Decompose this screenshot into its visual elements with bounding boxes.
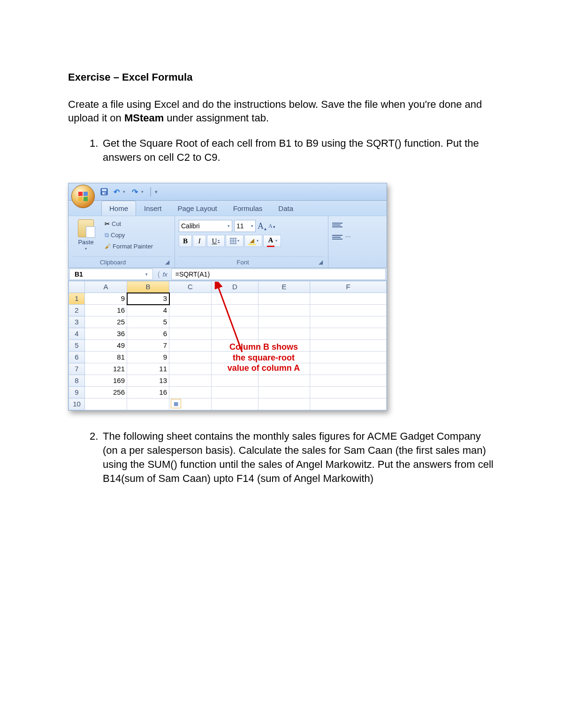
cell-E9[interactable] xyxy=(259,387,310,398)
cell-D10[interactable] xyxy=(212,398,259,410)
cell-F8[interactable] xyxy=(310,375,387,387)
cell-B5[interactable]: 7 xyxy=(127,340,169,352)
cell-B1[interactable]: 3 xyxy=(127,293,169,305)
cell-A7[interactable]: 121 xyxy=(85,363,127,375)
rowhead-9[interactable]: 9 xyxy=(69,387,85,398)
col-B[interactable]: B xyxy=(127,281,169,293)
rowhead-4[interactable]: 4 xyxy=(69,328,85,340)
cell-B3[interactable]: 5 xyxy=(127,316,169,328)
paste-dropdown-icon[interactable]: ▾ xyxy=(85,247,87,252)
cell-A8[interactable]: 169 xyxy=(85,375,127,387)
cell-E8[interactable] xyxy=(259,375,310,387)
underline-button[interactable]: U▾ xyxy=(207,235,225,247)
rowhead-2[interactable]: 2 xyxy=(69,305,85,316)
font-dialog-launcher-icon[interactable]: ◢ xyxy=(317,258,324,266)
cell-E1[interactable] xyxy=(259,293,310,305)
redo-dropdown-icon[interactable]: ▾ xyxy=(141,189,144,195)
tab-insert[interactable]: Insert xyxy=(136,201,170,216)
cell-D8[interactable] xyxy=(212,375,259,387)
cell-C6[interactable] xyxy=(169,352,212,363)
underline-dropdown-icon[interactable]: ▾ xyxy=(218,239,220,244)
cell-C9[interactable] xyxy=(169,387,212,398)
cell-F7[interactable] xyxy=(310,363,387,375)
cell-E2[interactable] xyxy=(259,305,310,316)
cell-F5[interactable] xyxy=(310,340,387,352)
cell-F6[interactable] xyxy=(310,352,387,363)
col-F[interactable]: F xyxy=(310,281,387,293)
cell-D1[interactable] xyxy=(212,293,259,305)
cell-A5[interactable]: 49 xyxy=(85,340,127,352)
cell-E10[interactable] xyxy=(259,398,310,410)
cell-D9[interactable] xyxy=(212,387,259,398)
save-icon[interactable] xyxy=(99,187,109,196)
cell-D5[interactable] xyxy=(212,340,259,352)
shrink-font-button[interactable]: A▾ xyxy=(268,222,275,230)
rowhead-1[interactable]: 1 xyxy=(69,293,85,305)
cell-A6[interactable]: 81 xyxy=(85,352,127,363)
border-dropdown-icon[interactable]: ▾ xyxy=(237,239,239,244)
cell-E4[interactable] xyxy=(259,328,310,340)
italic-button[interactable]: I xyxy=(193,235,206,247)
cell-A1[interactable]: 9 xyxy=(85,293,127,305)
cell-B7[interactable]: 11 xyxy=(127,363,169,375)
cell-F1[interactable] xyxy=(310,293,387,305)
tab-data[interactable]: Data xyxy=(270,201,301,216)
cell-F9[interactable] xyxy=(310,387,387,398)
cell-A3[interactable]: 25 xyxy=(85,316,127,328)
rowhead-5[interactable]: 5 xyxy=(69,340,85,352)
col-C[interactable]: C xyxy=(169,281,212,293)
font-color-dropdown-icon[interactable]: ▾ xyxy=(275,239,277,244)
undo-dropdown-icon[interactable]: ▾ xyxy=(123,189,125,195)
fx-icon[interactable]: fx xyxy=(163,270,167,279)
font-size-combo[interactable]: 11 ▾ xyxy=(234,220,256,232)
col-E[interactable]: E xyxy=(259,281,310,293)
cell-D3[interactable] xyxy=(212,316,259,328)
rowhead-3[interactable]: 3 xyxy=(69,316,85,328)
fill-dropdown-icon[interactable]: ▾ xyxy=(257,239,259,244)
font-name-combo[interactable]: Calibri ▾ xyxy=(179,220,232,232)
col-A[interactable]: A xyxy=(85,281,127,293)
tab-page-layout[interactable]: Page Layout xyxy=(170,201,225,216)
cell-F3[interactable] xyxy=(310,316,387,328)
cell-D7[interactable] xyxy=(212,363,259,375)
cell-F10[interactable] xyxy=(310,398,387,410)
grow-font-button[interactable]: A▴ xyxy=(258,220,266,232)
cell-B10[interactable] xyxy=(127,398,169,410)
cut-button[interactable]: ✂ Cut xyxy=(102,219,155,229)
cancel-formula-icon[interactable]: ( xyxy=(158,270,160,279)
font-name-dropdown-icon[interactable]: ▾ xyxy=(226,223,230,229)
fill-color-button[interactable]: ◢ ▾ xyxy=(244,235,262,247)
qat-customize-icon[interactable]: ▾ xyxy=(155,188,158,195)
cell-B2[interactable]: 4 xyxy=(127,305,169,316)
tab-formulas[interactable]: Formulas xyxy=(225,201,271,216)
cell-C1[interactable] xyxy=(169,293,212,305)
cell-E6[interactable] xyxy=(259,352,310,363)
align-top-icon[interactable] xyxy=(332,221,342,229)
cell-D4[interactable] xyxy=(212,328,259,340)
cell-E7[interactable] xyxy=(259,363,310,375)
col-D[interactable]: D xyxy=(212,281,259,293)
name-box-dropdown-icon[interactable]: ▾ xyxy=(145,271,148,277)
select-all-corner[interactable] xyxy=(69,281,85,293)
bold-button[interactable]: B xyxy=(179,235,192,247)
cell-C8[interactable] xyxy=(169,375,212,387)
cell-F4[interactable] xyxy=(310,328,387,340)
cell-A9[interactable]: 256 xyxy=(85,387,127,398)
cell-C7[interactable] xyxy=(169,363,212,375)
rowhead-10[interactable]: 10 xyxy=(69,398,85,410)
cell-B4[interactable]: 6 xyxy=(127,328,169,340)
font-color-button[interactable]: A ▾ xyxy=(263,235,281,247)
format-painter-button[interactable]: 🖌 Format Painter xyxy=(102,241,155,252)
cell-E3[interactable] xyxy=(259,316,310,328)
cell-F2[interactable] xyxy=(310,305,387,316)
tab-home[interactable]: Home xyxy=(101,201,136,216)
redo-icon[interactable]: ↷ xyxy=(130,187,139,196)
cell-E5[interactable] xyxy=(259,340,310,352)
cell-A4[interactable]: 36 xyxy=(85,328,127,340)
cell-D6[interactable] xyxy=(212,352,259,363)
worksheet-grid[interactable]: A B C D E F 1 9 3 2 16 xyxy=(68,281,387,411)
cell-C5[interactable] xyxy=(169,340,212,352)
formula-input[interactable]: =SQRT(A1) xyxy=(171,269,386,280)
rowhead-6[interactable]: 6 xyxy=(69,352,85,363)
cell-C2[interactable] xyxy=(169,305,212,316)
